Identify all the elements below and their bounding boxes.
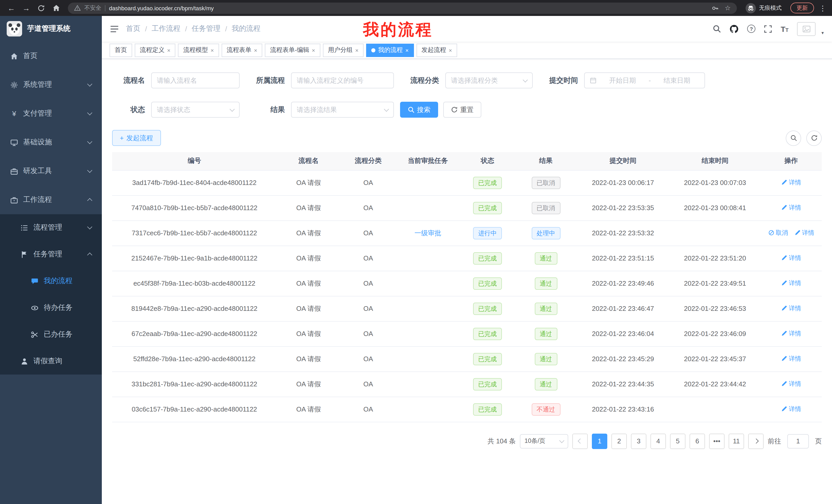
result-badge: 通过 bbox=[535, 353, 557, 365]
sidebar-item-devtools[interactable]: 研发工具 bbox=[0, 157, 102, 186]
result-badge: 通过 bbox=[535, 302, 557, 315]
forward-icon[interactable]: → bbox=[20, 2, 32, 14]
sidebar-item-system[interactable]: 系统管理 bbox=[0, 71, 102, 99]
font-size-icon[interactable]: TT bbox=[781, 25, 788, 33]
result-badge: 通过 bbox=[535, 252, 557, 264]
status-label: 状态 bbox=[112, 105, 145, 114]
result-badge: 通过 bbox=[535, 378, 557, 390]
category-select[interactable]: 请选择流程分类 bbox=[445, 73, 533, 88]
close-icon[interactable]: × bbox=[405, 47, 409, 53]
help-icon[interactable]: ? bbox=[747, 25, 755, 33]
screen: ← → 不安全 dashboard.yudao.iocoder.cn/bpm/t… bbox=[0, 0, 832, 504]
chevron-down-icon bbox=[87, 139, 92, 144]
sidebar-item-task-mgmt[interactable]: 任务管理 bbox=[0, 241, 102, 268]
page-annotation: 我的流程 bbox=[363, 19, 433, 40]
detail-link[interactable]: 详情 bbox=[781, 380, 801, 388]
close-icon[interactable]: × bbox=[355, 47, 359, 53]
col-id: 编号 bbox=[112, 152, 277, 170]
reload-icon[interactable] bbox=[35, 2, 47, 14]
fullscreen-icon[interactable] bbox=[764, 25, 772, 33]
sidebar-item-payment[interactable]: ¥ 支付管理 bbox=[0, 99, 102, 128]
result-badge: 处理中 bbox=[531, 227, 560, 239]
cancel-link[interactable]: 取消 bbox=[768, 229, 788, 237]
current-task-link[interactable]: 一级审批 bbox=[414, 229, 441, 236]
browser-menu-icon[interactable]: ⋮ bbox=[818, 4, 827, 12]
goto-page-input[interactable] bbox=[787, 434, 809, 448]
more-pages-button[interactable]: ••• bbox=[709, 433, 725, 449]
sidebar-item-infrastructure[interactable]: 基础设施 bbox=[0, 128, 102, 157]
chevron-down-icon bbox=[523, 77, 528, 82]
detail-link[interactable]: 详情 bbox=[781, 178, 801, 187]
search-button[interactable]: 搜索 bbox=[400, 102, 438, 118]
detail-link[interactable]: 详情 bbox=[794, 229, 814, 237]
tab-start-process[interactable]: 发起流程× bbox=[416, 44, 457, 57]
sidebar-item-my-process[interactable]: 我的流程 bbox=[0, 268, 102, 295]
result-badge: 通过 bbox=[535, 277, 557, 289]
hamburger-icon[interactable] bbox=[110, 25, 119, 33]
page-button-1[interactable]: 1 bbox=[592, 433, 607, 449]
show-search-button[interactable] bbox=[786, 130, 801, 146]
tab-process-model[interactable]: 流程模型× bbox=[178, 44, 219, 57]
tab-my-process[interactable]: 我的流程× bbox=[366, 44, 414, 57]
page-button-11[interactable]: 11 bbox=[729, 433, 744, 449]
sidebar-item-process-mgmt[interactable]: 流程管理 bbox=[0, 214, 102, 241]
detail-link[interactable]: 详情 bbox=[781, 304, 801, 313]
sidebar-item-workflow[interactable]: 工作流程 bbox=[0, 186, 102, 214]
search-icon[interactable] bbox=[713, 25, 721, 33]
detail-link[interactable]: 详情 bbox=[781, 203, 801, 212]
process-definition-input[interactable] bbox=[291, 73, 394, 88]
tab-user-group[interactable]: 用户分组× bbox=[323, 44, 364, 57]
tab-process-definition[interactable]: 流程定义× bbox=[135, 44, 176, 57]
detail-link[interactable]: 详情 bbox=[781, 279, 801, 288]
reset-button[interactable]: 重置 bbox=[443, 102, 481, 118]
page-button-5[interactable]: 5 bbox=[670, 433, 685, 449]
browser-home-icon[interactable] bbox=[50, 2, 62, 14]
page-button-3[interactable]: 3 bbox=[631, 433, 646, 449]
detail-link[interactable]: 详情 bbox=[781, 329, 801, 338]
password-key-icon[interactable] bbox=[712, 4, 719, 11]
plus-icon: + bbox=[120, 134, 124, 142]
process-name-input[interactable] bbox=[151, 73, 240, 88]
page-button-2[interactable]: 2 bbox=[612, 433, 627, 449]
detail-link[interactable]: 详情 bbox=[781, 355, 801, 363]
security-label: 不安全 bbox=[84, 4, 101, 12]
browser-update-button[interactable]: 更新 bbox=[790, 3, 814, 13]
avatar[interactable] bbox=[797, 22, 816, 36]
tab-home[interactable]: 首页 bbox=[109, 44, 132, 57]
close-icon[interactable]: × bbox=[211, 47, 214, 53]
sidebar-item-home[interactable]: 首页 bbox=[0, 41, 102, 71]
close-icon[interactable]: × bbox=[312, 47, 315, 53]
close-icon[interactable]: × bbox=[167, 47, 171, 53]
tab-process-form[interactable]: 流程表单× bbox=[222, 44, 262, 57]
chevron-down-icon bbox=[559, 438, 564, 443]
page-button-6[interactable]: 6 bbox=[690, 433, 705, 449]
col-current-task: 当前审批任务 bbox=[396, 152, 460, 170]
detail-link[interactable]: 详情 bbox=[781, 254, 801, 262]
refresh-button[interactable] bbox=[806, 130, 822, 146]
breadcrumb-home[interactable]: 首页 bbox=[126, 24, 140, 33]
submit-time-range-picker[interactable]: 开始日期 - 结束日期 bbox=[584, 73, 705, 88]
start-process-button[interactable]: + 发起流程 bbox=[112, 130, 161, 146]
status-select[interactable]: 请选择状态 bbox=[151, 102, 240, 118]
tab-process-form-edit[interactable]: 流程表单-编辑× bbox=[265, 44, 320, 57]
next-page-button[interactable] bbox=[748, 433, 763, 449]
github-icon[interactable] bbox=[730, 24, 738, 33]
close-icon[interactable]: × bbox=[449, 47, 452, 53]
prev-page-button[interactable] bbox=[572, 433, 588, 449]
url-bar[interactable]: 不安全 dashboard.yudao.iocoder.cn/bpm/task/… bbox=[68, 2, 737, 13]
breadcrumb-task-mgmt[interactable]: 任务管理 bbox=[192, 24, 220, 33]
sidebar-item-done-task[interactable]: 已办任务 bbox=[0, 321, 102, 348]
sidebar-item-todo-task[interactable]: 待办任务 bbox=[0, 295, 102, 321]
result-badge: 通过 bbox=[535, 328, 557, 340]
result-select[interactable]: 请选择流结果 bbox=[291, 102, 394, 118]
briefcase-icon bbox=[10, 196, 18, 204]
page-button-4[interactable]: 4 bbox=[650, 433, 666, 449]
page-size-select[interactable]: 10条/页 bbox=[520, 434, 568, 448]
sidebar-item-leave-query[interactable]: 请假查询 bbox=[0, 348, 102, 374]
detail-link[interactable]: 详情 bbox=[781, 405, 801, 414]
breadcrumb-workflow[interactable]: 工作流程 bbox=[152, 24, 181, 33]
back-icon[interactable]: ← bbox=[5, 2, 18, 14]
bookmark-star-icon[interactable]: ☆ bbox=[725, 4, 731, 12]
status-badge: 已完成 bbox=[473, 378, 502, 390]
close-icon[interactable]: × bbox=[254, 47, 257, 53]
